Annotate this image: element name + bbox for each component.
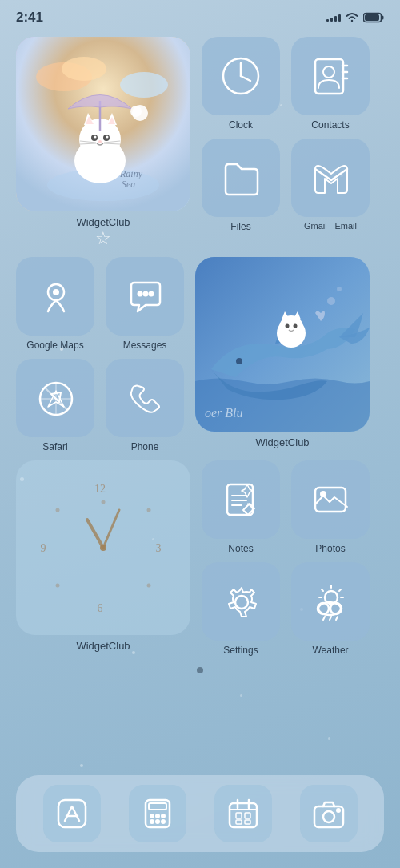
svg-rect-1 [382,16,384,20]
svg-line-87 [330,617,331,620]
safari-label: Safari [42,441,67,452]
svg-point-44 [143,291,147,295]
phone-app[interactable]: Phone [106,359,184,452]
camera-icon [312,797,346,830]
calendar-icon [226,797,260,830]
weather-icon [309,580,353,624]
svg-point-98 [162,820,165,823]
page-indicator [0,662,400,677]
analog-clock-face: 12 3 6 9 [27,472,179,624]
files-app[interactable]: Files [202,139,280,232]
row3-bottom: Settings [202,562,370,656]
messages-app[interactable]: Messages [106,257,184,351]
contacts-label: Contacts [311,119,349,131]
clock-widget[interactable]: 12 3 6 9 [16,460,190,635]
app-store-icon [55,797,89,830]
svg-rect-89 [58,800,86,827]
svg-text:3: 3 [156,542,162,554]
widgetclub-blue-artwork: oer Blu [195,257,370,432]
files-icon [219,156,263,200]
svg-rect-104 [245,813,250,818]
svg-point-75 [321,492,326,496]
svg-point-68 [100,545,106,551]
row-2: Google Maps Safari [16,257,384,452]
signal-icon [326,14,341,22]
page-dot-active [197,667,203,673]
svg-rect-2 [365,14,379,21]
calculator-dock[interactable] [129,785,186,842]
clock-app[interactable]: Clock [202,37,280,131]
phone-icon [123,376,167,420]
svg-rect-106 [245,820,250,824]
svg-point-94 [156,814,159,818]
svg-line-67 [103,510,119,548]
svg-rect-99 [230,803,257,827]
svg-point-61 [102,500,106,504]
battery-icon [363,12,384,23]
svg-point-25 [130,106,142,117]
widgetclub-top-container: Rainy Sea WidgetClub ☆ [16,37,190,249]
notes-icon [219,478,263,522]
widgetclub-top-widget[interactable]: Rainy Sea [16,37,190,211]
contacts-app[interactable]: Contacts [291,37,370,131]
right-grid-row3: Notes Photos [202,460,370,656]
photos-label: Photos [315,543,345,554]
google-maps-app[interactable]: Google Maps [16,257,94,351]
status-icons [326,12,384,23]
svg-point-76 [235,596,248,609]
widgetclub-top-artwork: Rainy Sea [16,37,190,211]
svg-point-32 [323,66,334,78]
left-col-row2: Google Maps Safari [16,257,94,452]
gmail-icon [309,156,353,200]
settings-label: Settings [223,645,258,656]
row3-top: Notes Photos [202,460,370,554]
svg-rect-103 [236,813,242,818]
svg-point-65 [56,584,60,588]
svg-point-109 [337,809,340,812]
svg-point-43 [138,291,142,295]
google-maps-label: Google Maps [26,340,83,351]
svg-point-37 [54,290,58,295]
svg-line-88 [336,617,338,620]
svg-rect-92 [149,803,166,810]
svg-point-63 [147,584,151,588]
calculator-icon [141,797,174,830]
contacts-icon [309,54,353,98]
clock-icon [217,52,265,100]
svg-point-53 [294,324,298,328]
settings-app[interactable]: Settings [202,562,280,656]
svg-point-18 [106,136,109,139]
files-label: Files [230,221,250,232]
widgetclub-top-label: WidgetClub [76,216,130,228]
clock-label: Clock [229,119,253,131]
messages-label: Messages [123,340,167,351]
svg-point-54 [327,297,335,305]
maps-icon [34,275,78,319]
photos-app[interactable]: Photos [291,460,370,554]
row-3: 12 3 6 9 WidgetC [16,460,384,656]
widgetclub-blue-label: WidgetClub [255,436,309,448]
gmail-app[interactable]: Gmail - Email [291,139,370,232]
svg-text:oer Blu: oer Blu [205,406,243,420]
notes-app[interactable]: Notes [202,460,280,554]
right-app-grid: Clock Contacts [202,37,370,232]
svg-text:Rainy: Rainy [119,168,143,179]
home-screen: Rainy Sea WidgetClub ☆ [0,29,400,656]
svg-point-17 [94,136,97,139]
svg-point-95 [162,814,165,818]
app-store-dock[interactable] [43,785,101,842]
calendar-dock[interactable] [214,785,272,842]
svg-point-6 [120,72,168,98]
settings-icon [219,580,263,624]
widgetclub-blue-widget[interactable]: oer Blu [195,257,370,432]
safari-app[interactable]: Safari [16,359,94,452]
camera-dock[interactable] [300,785,358,842]
weather-label: Weather [312,645,348,656]
safari-icon [34,376,78,420]
svg-point-19 [98,140,102,143]
widgetclub-star: ☆ [95,228,111,249]
svg-line-79 [339,589,341,591]
weather-app[interactable]: Weather [291,562,370,656]
svg-line-82 [322,589,323,591]
messages-icon [123,275,167,319]
